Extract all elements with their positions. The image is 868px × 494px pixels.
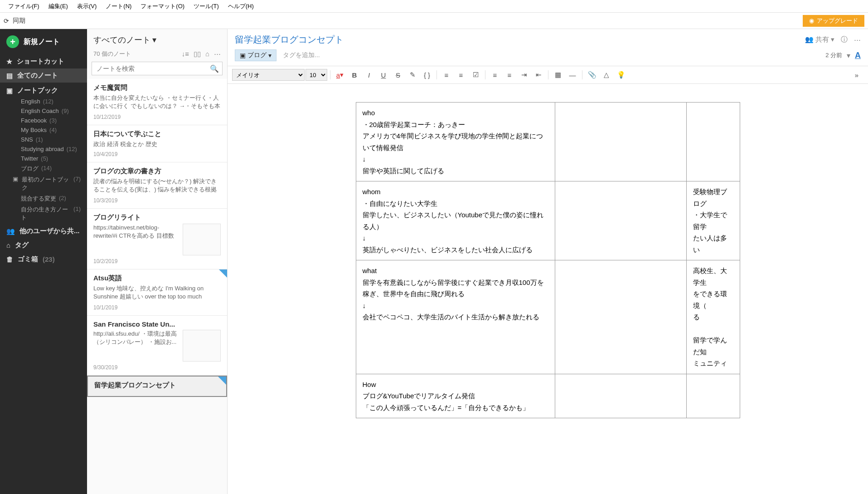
hr-button[interactable]: — <box>566 69 579 81</box>
table-cell[interactable] <box>555 181 686 260</box>
search-input[interactable] <box>92 62 223 75</box>
share-button[interactable]: 👥 共有 ▾ <box>805 35 834 44</box>
table-cell[interactable]: How ブログ&YouTubeでリアルタイム発信 「この人今頑張っているんだ」=… <box>356 374 555 418</box>
outdent-button[interactable]: ⇤ <box>532 69 545 81</box>
sidebar-notebook-item[interactable]: English(12) <box>0 97 87 106</box>
font-color-button[interactable]: a ▾ <box>333 69 347 81</box>
sidebar-tags[interactable]: ⌂ タグ <box>0 237 87 251</box>
note-count: 70 個のノート <box>93 50 131 58</box>
add-tag[interactable]: タグを追加... <box>283 51 320 59</box>
menu-note[interactable]: ノート(N) <box>101 0 136 12</box>
sidebar-notebook-item[interactable]: Studying abroad(12) <box>0 144 87 154</box>
sidebar-notebook-item[interactable]: Facebook(3) <box>0 116 87 125</box>
notelist-header[interactable]: すべてのノート ▾ <box>87 29 227 48</box>
align-left-button[interactable]: ≡ <box>488 69 502 81</box>
checkbox-button[interactable]: ☑ <box>469 69 482 81</box>
table-cell[interactable] <box>686 103 740 181</box>
note-list-item[interactable]: メモ魔質問本当に自分を変えたいなら ・セミナー行く・人に会いに行く でもしないの… <box>87 79 227 125</box>
sidebar-notebook-item[interactable]: 自分の生き方ノート(1) <box>0 204 87 223</box>
note-list-item[interactable]: 日本について学ぶこと政治 経済 税金とか 歴史10/4/2019 <box>87 125 227 162</box>
sidebar-notebook-item[interactable]: ブログ(14) <box>0 163 87 174</box>
more-icon[interactable]: ⋯ <box>214 50 221 58</box>
indent-button[interactable]: ⇥ <box>517 69 531 81</box>
sidebar-notebook-item[interactable]: ▣最初のノートブック(7) <box>0 174 87 193</box>
attach-button[interactable]: 📎 <box>585 69 599 81</box>
note-list-item[interactable]: ブログリライトhttps://tabinvest.net/blog-rewrit… <box>87 209 227 269</box>
table-cell[interactable] <box>555 103 686 181</box>
note-list-item[interactable]: 留学起業ブログコンセプト <box>87 376 227 397</box>
annotate-button[interactable]: △ <box>600 69 613 81</box>
sidebar-notebook-item[interactable]: 競合する変更(2) <box>0 193 87 204</box>
underline-button[interactable]: U <box>377 69 390 81</box>
table-cell[interactable]: 高校生、大学生 をできる環境（ る 留学で学んだ知 ミュニティ <box>686 260 740 374</box>
note-list-item[interactable]: San Francisco State Un...http://ali.sfsu… <box>87 316 227 376</box>
number-list-button[interactable]: ≡ <box>454 69 468 81</box>
note-title-field[interactable]: 留学起業ブログコンセプト <box>235 34 344 46</box>
table-cell[interactable] <box>555 260 686 374</box>
menu-file[interactable]: ファイル(F) <box>4 0 44 12</box>
new-note-button[interactable]: + 新規ノート <box>0 29 87 54</box>
format-toolbar: メイリオ 10 a ▾ B I U S ✎ { } ≡ ≡ ☑ ≡ ≡ ⇥ ⇤ … <box>228 66 868 84</box>
sidebar-notebook-item[interactable]: My Books(4) <box>0 125 87 135</box>
plus-icon: + <box>6 35 19 48</box>
menu-edit[interactable]: 編集(E) <box>44 0 73 12</box>
sync-button[interactable]: ⟳ 同期 <box>4 17 25 25</box>
sidebar-notebook-item[interactable]: English Coach(9) <box>0 106 87 116</box>
sidebar-notebook-item[interactable]: Twitter(5) <box>0 154 87 163</box>
upgrade-label: アップグレード <box>817 17 858 25</box>
note-thumbnail <box>183 224 221 255</box>
menu-tool[interactable]: ツール(T) <box>189 0 223 12</box>
sidebar-shortcut[interactable]: ★ ショートカット <box>0 54 87 68</box>
sidebar-notebook-section[interactable]: ▣ ノートブック <box>0 83 87 97</box>
table-cell[interactable]: whom ・自由になりたい大学生 留学したい、ビジネスしたい（Youtubeで見… <box>356 181 555 260</box>
upgrade-button[interactable]: ◉ アップグレード <box>803 15 864 27</box>
note-list-item[interactable]: ブログの文章の書き方読者の悩みを明確にする(〜せんか？) 解決できることを伝える… <box>87 162 227 209</box>
table-cell[interactable]: who ・20歳留学起業コーチ：あっきー アメリカで4年間ビジネスを学び現地の学… <box>356 103 555 181</box>
expand-button[interactable]: » <box>850 69 863 81</box>
sort-icon[interactable]: ↓≡ <box>182 50 189 58</box>
italic-button[interactable]: I <box>362 69 376 81</box>
time-ago: 2 分前 <box>825 51 842 59</box>
highlight-button[interactable]: ✎ <box>406 69 419 81</box>
menu-view[interactable]: 表示(V) <box>73 0 101 12</box>
search-icon[interactable]: 🔍 <box>210 64 219 73</box>
view-icon[interactable]: ▯▯ <box>194 50 201 58</box>
upgrade-icon: ◉ <box>809 17 814 24</box>
users-icon: 👥 <box>6 227 15 235</box>
table-cell[interactable]: what 留学を有意義にしながら留学後にすぐ起業でき月収100万を稼ぎ、世界中を… <box>356 260 555 374</box>
table-cell[interactable] <box>686 374 740 418</box>
info-icon[interactable]: ⓘ <box>841 35 848 44</box>
tag-filter-icon[interactable]: ⌂ <box>205 50 209 58</box>
editor-panel: 留学起業ブログコンセプト 👥 共有 ▾ ⓘ ⋯ ▣ ブログ ▾ タグを追加...… <box>228 29 868 494</box>
menu-help[interactable]: ヘルプ(H) <box>223 0 258 12</box>
note-thumbnail <box>183 330 221 362</box>
align-center-button[interactable]: ≡ <box>503 69 516 81</box>
menu-format[interactable]: フォーマット(O) <box>136 0 189 12</box>
notebook-icon: ▣ <box>6 87 13 95</box>
code-button[interactable]: { } <box>420 69 434 81</box>
sidebar-all-notes[interactable]: ▤ 全てのノート <box>0 68 87 83</box>
sync-icon: ⟳ <box>4 17 9 24</box>
font-color-large-icon[interactable]: A <box>855 51 861 60</box>
editor-body[interactable]: who ・20歳留学起業コーチ：あっきー アメリカで4年間ビジネスを学び現地の学… <box>228 84 868 494</box>
bold-button[interactable]: B <box>348 69 361 81</box>
table-button[interactable]: ▦ <box>551 69 565 81</box>
font-select[interactable]: メイリオ <box>232 69 305 81</box>
note-list-item[interactable]: Atsu英語Low key 地味な、控えめな I'm Walking on Su… <box>87 269 227 316</box>
strike-button[interactable]: S <box>391 69 405 81</box>
size-select[interactable]: 10 <box>305 69 327 81</box>
notebook-chip[interactable]: ▣ ブログ ▾ <box>235 49 276 61</box>
new-note-label: 新規ノート <box>24 37 60 47</box>
table-cell[interactable]: 受験物理ブログ ・大学生で留学 たい人は多い <box>686 181 740 260</box>
sidebar-notebook-item[interactable]: SNS(1) <box>0 135 87 144</box>
more-icon[interactable]: ⋯ <box>854 36 861 44</box>
table-cell[interactable] <box>555 374 686 418</box>
chevron-down-icon[interactable]: ▾ <box>847 51 850 60</box>
star-icon: ★ <box>6 58 12 66</box>
sidebar-shared[interactable]: 👥 他のユーザから共... <box>0 223 87 237</box>
hint-button[interactable]: 💡 <box>614 69 628 81</box>
sidebar-trash[interactable]: 🗑 ゴミ箱 (23) <box>0 251 87 265</box>
content-table[interactable]: who ・20歳留学起業コーチ：あっきー アメリカで4年間ビジネスを学び現地の学… <box>356 102 740 418</box>
bullet-list-button[interactable]: ≡ <box>440 69 453 81</box>
chevron-down-icon: ▾ <box>152 35 156 45</box>
